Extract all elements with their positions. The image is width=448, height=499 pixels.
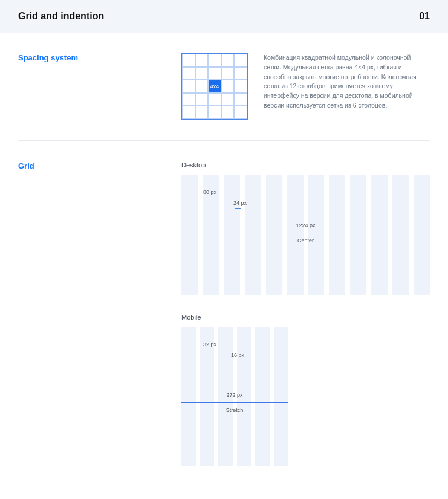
desktop-total: 1224 px	[296, 222, 315, 228]
spacing-active-cell: 4x4	[208, 80, 221, 93]
grid-desktop: Desktop 4 px 80 px 24 px 1224 px Cen	[181, 161, 430, 295]
spacing-description: Комбинация квадратной модульной и колоно…	[264, 53, 430, 120]
grid-desktop-visual: 4 px 80 px 24 px 1224 px Center	[181, 175, 430, 295]
desktop-col-width: 80 px	[203, 189, 216, 195]
grid-mobile-visual: 4 px 32 px 16 px 272 px Stretch	[181, 327, 288, 466]
desktop-align: Center	[297, 237, 314, 243]
section-spacing: Spacing system 4x4 Комбинация квадратной…	[0, 33, 448, 140]
page-title: Grid and indention	[18, 11, 104, 22]
grid-mobile-title: Mobile	[181, 314, 430, 321]
page-header: Grid and indention 01	[0, 0, 448, 33]
mobile-gutter: 16 px	[231, 352, 244, 358]
section-label-spacing: Spacing system	[18, 53, 163, 120]
spacing-grid-illustration: 4x4	[181, 53, 248, 120]
mobile-total: 272 px	[226, 392, 242, 398]
page-number: 01	[419, 11, 430, 22]
desktop-columns	[181, 175, 430, 295]
grid-mobile: Mobile 4 px 32 px 16 px 272 px	[181, 314, 430, 466]
mobile-align: Stretch	[226, 407, 244, 413]
section-label-grid: Grid	[18, 161, 163, 466]
desktop-gutter: 24 px	[233, 200, 247, 206]
mobile-col-width: 32 px	[203, 341, 216, 347]
grid-desktop-title: Desktop	[181, 161, 430, 169]
section-grid: Grid Desktop 4 px 80 px 24 px	[18, 140, 430, 486]
